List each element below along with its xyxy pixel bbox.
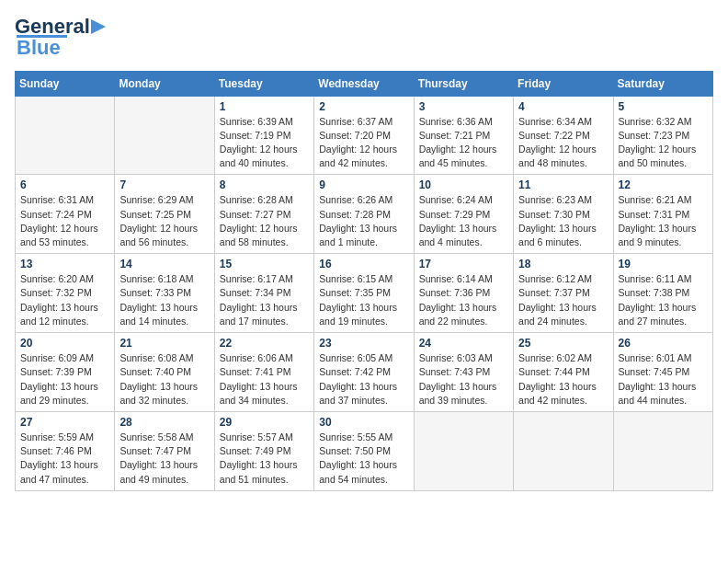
day-info: Sunrise: 5:57 AM Sunset: 7:49 PM Dayligh… xyxy=(220,431,309,487)
day-info: Sunrise: 6:15 AM Sunset: 7:35 PM Dayligh… xyxy=(319,272,408,328)
day-number: 30 xyxy=(319,416,408,429)
calendar-cell: 12Sunrise: 6:21 AM Sunset: 7:31 PM Dayli… xyxy=(613,175,712,254)
calendar-cell: 18Sunrise: 6:12 AM Sunset: 7:37 PM Dayli… xyxy=(514,254,613,333)
day-number: 7 xyxy=(119,178,209,191)
day-info: Sunrise: 6:20 AM Sunset: 7:32 PM Dayligh… xyxy=(20,272,109,328)
logo-arrow-icon xyxy=(91,17,109,36)
calendar-cell: 6Sunrise: 6:31 AM Sunset: 7:24 PM Daylig… xyxy=(16,175,115,254)
day-number: 29 xyxy=(220,416,309,429)
day-number: 20 xyxy=(20,337,109,350)
calendar-cell: 5Sunrise: 6:32 AM Sunset: 7:23 PM Daylig… xyxy=(613,96,712,175)
week-row-4: 20Sunrise: 6:09 AM Sunset: 7:39 PM Dayli… xyxy=(16,333,713,412)
day-info: Sunrise: 6:32 AM Sunset: 7:23 PM Dayligh… xyxy=(619,115,708,171)
col-header-monday: Monday xyxy=(115,71,214,96)
calendar-cell: 24Sunrise: 6:03 AM Sunset: 7:43 PM Dayli… xyxy=(414,333,513,412)
day-info: Sunrise: 6:18 AM Sunset: 7:33 PM Dayligh… xyxy=(119,272,209,328)
day-info: Sunrise: 6:36 AM Sunset: 7:21 PM Dayligh… xyxy=(419,115,508,171)
calendar-cell: 19Sunrise: 6:11 AM Sunset: 7:38 PM Dayli… xyxy=(613,254,712,333)
col-header-wednesday: Wednesday xyxy=(314,71,414,96)
day-number: 10 xyxy=(419,178,508,191)
calendar-cell: 10Sunrise: 6:24 AM Sunset: 7:29 PM Dayli… xyxy=(414,175,513,254)
day-number: 1 xyxy=(220,100,309,113)
day-number: 5 xyxy=(619,100,708,113)
day-number: 6 xyxy=(20,178,109,191)
day-number: 12 xyxy=(619,178,708,191)
day-info: Sunrise: 6:01 AM Sunset: 7:45 PM Dayligh… xyxy=(619,351,708,408)
logo-blue: Blue xyxy=(17,36,61,60)
calendar-cell: 15Sunrise: 6:17 AM Sunset: 7:34 PM Dayli… xyxy=(214,254,313,333)
day-number: 18 xyxy=(518,258,608,270)
calendar-cell xyxy=(414,412,513,491)
calendar-cell: 2Sunrise: 6:37 AM Sunset: 7:20 PM Daylig… xyxy=(314,96,414,175)
day-info: Sunrise: 6:29 AM Sunset: 7:25 PM Dayligh… xyxy=(119,193,209,249)
day-info: Sunrise: 6:26 AM Sunset: 7:28 PM Dayligh… xyxy=(319,193,408,249)
calendar-cell xyxy=(115,96,214,175)
day-number: 21 xyxy=(119,337,209,350)
calendar-cell: 11Sunrise: 6:23 AM Sunset: 7:30 PM Dayli… xyxy=(514,175,613,254)
day-number: 19 xyxy=(619,258,708,270)
calendar-cell: 8Sunrise: 6:28 AM Sunset: 7:27 PM Daylig… xyxy=(214,175,313,254)
col-header-tuesday: Tuesday xyxy=(214,71,313,96)
calendar-cell: 14Sunrise: 6:18 AM Sunset: 7:33 PM Dayli… xyxy=(115,254,214,333)
col-header-saturday: Saturday xyxy=(613,71,712,96)
calendar-cell: 28Sunrise: 5:58 AM Sunset: 7:47 PM Dayli… xyxy=(115,412,214,491)
day-number: 16 xyxy=(319,258,408,270)
calendar-cell xyxy=(16,96,115,175)
day-info: Sunrise: 6:02 AM Sunset: 7:44 PM Dayligh… xyxy=(518,351,608,408)
day-info: Sunrise: 6:03 AM Sunset: 7:43 PM Dayligh… xyxy=(419,351,508,408)
day-info: Sunrise: 6:12 AM Sunset: 7:37 PM Dayligh… xyxy=(518,272,608,328)
calendar-cell: 22Sunrise: 6:06 AM Sunset: 7:41 PM Dayli… xyxy=(214,333,313,412)
week-row-3: 13Sunrise: 6:20 AM Sunset: 7:32 PM Dayli… xyxy=(16,254,713,333)
day-info: Sunrise: 6:34 AM Sunset: 7:22 PM Dayligh… xyxy=(518,115,608,171)
day-number: 27 xyxy=(20,416,109,429)
page-header: General Blue xyxy=(15,15,713,60)
week-row-1: 1Sunrise: 6:39 AM Sunset: 7:19 PM Daylig… xyxy=(16,96,713,175)
col-header-thursday: Thursday xyxy=(414,71,513,96)
week-row-2: 6Sunrise: 6:31 AM Sunset: 7:24 PM Daylig… xyxy=(16,175,713,254)
day-info: Sunrise: 6:05 AM Sunset: 7:42 PM Dayligh… xyxy=(319,351,408,408)
calendar-cell: 9Sunrise: 6:26 AM Sunset: 7:28 PM Daylig… xyxy=(314,175,414,254)
calendar-cell: 1Sunrise: 6:39 AM Sunset: 7:19 PM Daylig… xyxy=(214,96,313,175)
svg-marker-0 xyxy=(91,19,106,34)
calendar-cell: 27Sunrise: 5:59 AM Sunset: 7:46 PM Dayli… xyxy=(16,412,115,491)
header-row: SundayMondayTuesdayWednesdayThursdayFrid… xyxy=(16,71,713,96)
day-number: 17 xyxy=(419,258,508,270)
calendar-cell: 30Sunrise: 5:55 AM Sunset: 7:50 PM Dayli… xyxy=(314,412,414,491)
col-header-friday: Friday xyxy=(514,71,613,96)
day-info: Sunrise: 6:09 AM Sunset: 7:39 PM Dayligh… xyxy=(20,351,109,408)
day-number: 9 xyxy=(319,178,408,191)
day-info: Sunrise: 6:06 AM Sunset: 7:41 PM Dayligh… xyxy=(220,351,309,408)
calendar-cell: 17Sunrise: 6:14 AM Sunset: 7:36 PM Dayli… xyxy=(414,254,513,333)
col-header-sunday: Sunday xyxy=(16,71,115,96)
day-info: Sunrise: 6:14 AM Sunset: 7:36 PM Dayligh… xyxy=(419,272,508,328)
day-info: Sunrise: 6:17 AM Sunset: 7:34 PM Dayligh… xyxy=(220,272,309,328)
calendar-cell: 26Sunrise: 6:01 AM Sunset: 7:45 PM Dayli… xyxy=(613,333,712,412)
calendar-cell: 20Sunrise: 6:09 AM Sunset: 7:39 PM Dayli… xyxy=(16,333,115,412)
day-number: 2 xyxy=(319,100,408,113)
day-info: Sunrise: 6:28 AM Sunset: 7:27 PM Dayligh… xyxy=(220,193,309,249)
day-number: 25 xyxy=(518,337,608,350)
calendar-cell: 13Sunrise: 6:20 AM Sunset: 7:32 PM Dayli… xyxy=(16,254,115,333)
day-number: 4 xyxy=(518,100,608,113)
day-number: 3 xyxy=(419,100,508,113)
day-info: Sunrise: 6:08 AM Sunset: 7:40 PM Dayligh… xyxy=(119,351,209,408)
day-info: Sunrise: 5:59 AM Sunset: 7:46 PM Dayligh… xyxy=(20,431,109,487)
day-number: 14 xyxy=(119,258,209,270)
day-info: Sunrise: 6:23 AM Sunset: 7:30 PM Dayligh… xyxy=(518,193,608,249)
calendar-cell xyxy=(514,412,613,491)
day-number: 8 xyxy=(220,178,309,191)
day-info: Sunrise: 6:31 AM Sunset: 7:24 PM Dayligh… xyxy=(20,193,109,249)
calendar-cell: 25Sunrise: 6:02 AM Sunset: 7:44 PM Dayli… xyxy=(514,333,613,412)
calendar-cell: 3Sunrise: 6:36 AM Sunset: 7:21 PM Daylig… xyxy=(414,96,513,175)
calendar: SundayMondayTuesdayWednesdayThursdayFrid… xyxy=(15,71,713,491)
day-number: 11 xyxy=(518,178,608,191)
day-number: 28 xyxy=(119,416,209,429)
calendar-cell: 23Sunrise: 6:05 AM Sunset: 7:42 PM Dayli… xyxy=(314,333,414,412)
day-info: Sunrise: 6:11 AM Sunset: 7:38 PM Dayligh… xyxy=(619,272,708,328)
calendar-cell: 29Sunrise: 5:57 AM Sunset: 7:49 PM Dayli… xyxy=(214,412,313,491)
day-info: Sunrise: 6:21 AM Sunset: 7:31 PM Dayligh… xyxy=(619,193,708,249)
week-row-5: 27Sunrise: 5:59 AM Sunset: 7:46 PM Dayli… xyxy=(16,412,713,491)
day-number: 23 xyxy=(319,337,408,350)
day-info: Sunrise: 5:55 AM Sunset: 7:50 PM Dayligh… xyxy=(319,431,408,487)
calendar-cell xyxy=(613,412,712,491)
